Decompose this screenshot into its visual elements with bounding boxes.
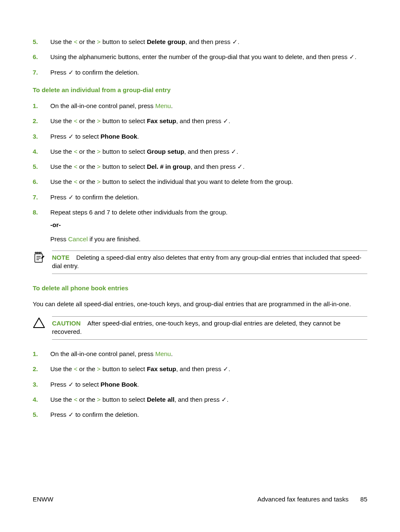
step-text: Use the < or the > button to select Fax … (50, 365, 367, 373)
step-text: Use the < or the > button to select Grou… (50, 147, 367, 156)
menu-text: Menu (155, 102, 171, 109)
intro-paragraph: You can delete all speed-dial entries, o… (33, 300, 367, 308)
caution-body: After speed-dial entries, one-touch keys… (52, 320, 340, 335)
gt-icon: > (97, 148, 101, 155)
note-label: NOTE (52, 254, 70, 261)
lt-icon: < (74, 365, 78, 372)
list-item: 4. Use the < or the > button to select D… (33, 395, 367, 404)
check-icon: ✓ (223, 117, 229, 124)
list-item: 8. Repeat steps 6 and 7 to delete other … (33, 208, 367, 244)
note-icon (33, 251, 52, 264)
step-number: 5. (33, 38, 50, 46)
check-icon: ✓ (68, 69, 74, 76)
list-item: 1. On the all-in-one control panel, pres… (33, 350, 367, 358)
check-icon: ✓ (237, 163, 243, 170)
step-number: 7. (33, 193, 50, 201)
step-number: 1. (33, 102, 50, 110)
check-icon: ✓ (232, 38, 238, 45)
step-number: 5. (33, 411, 50, 419)
step-number: 8. (33, 208, 50, 217)
document-page: 5. Use the < or the > button to select D… (0, 0, 400, 532)
footer-section: Advanced fax features and tasks (257, 495, 349, 504)
step-text: Press ✓ to select Phone Book. (50, 380, 367, 389)
step-text: Press ✓ to confirm the deletion. (50, 193, 367, 201)
check-icon: ✓ (68, 381, 74, 388)
step-number: 7. (33, 68, 50, 77)
list-item: 7. Press ✓ to confirm the deletion. (33, 193, 367, 201)
note-callout: NOTEDeleting a speed-dial entry also del… (33, 251, 367, 274)
list-item: 3. Press ✓ to select Phone Book. (33, 132, 367, 141)
step-text: Press ✓ to confirm the deletion. (50, 68, 367, 77)
caution-content: CAUTIONAfter speed-dial entries, one-tou… (52, 316, 367, 340)
step-number: 6. (33, 178, 50, 186)
list-item: 1. On the all-in-one control panel, pres… (33, 102, 367, 110)
gt-icon: > (97, 38, 101, 45)
list-item: 7. Press ✓ to confirm the deletion. (33, 68, 367, 77)
list-item: 4. Use the < or the > button to select G… (33, 147, 367, 156)
menu-text: Menu (155, 350, 171, 357)
caution-label: CAUTION (52, 320, 81, 327)
check-icon: ✓ (68, 411, 74, 418)
step-number: 6. (33, 53, 50, 61)
step-number: 4. (33, 395, 50, 404)
step-number: 1. (33, 350, 50, 358)
lt-icon: < (74, 396, 78, 403)
or-text: -or- (50, 221, 367, 229)
list-item: 5. Press ✓ to confirm the deletion. (33, 411, 367, 419)
lt-icon: < (74, 178, 78, 185)
steps-section-b: 1. On the all-in-one control panel, pres… (33, 350, 367, 419)
svg-marker-4 (34, 318, 44, 328)
step-text: Press ✓ to confirm the deletion. (50, 411, 367, 419)
step-text: Press ✓ to select Phone Book. (50, 132, 367, 141)
list-item: 6. Using the alphanumeric buttons, enter… (33, 53, 367, 61)
footer-left: ENWW (33, 495, 53, 504)
cancel-text: Cancel (68, 235, 88, 243)
section-heading: To delete all phone book entries (33, 284, 367, 292)
step-number: 5. (33, 163, 50, 171)
step-text: Use the < or the > button to select Fax … (50, 117, 367, 125)
gt-icon: > (97, 178, 101, 185)
lt-icon: < (74, 38, 78, 45)
check-icon: ✓ (349, 53, 355, 60)
gt-icon: > (97, 163, 101, 170)
step-text: Use the < or the > button to select Dele… (50, 395, 367, 404)
caution-icon (33, 316, 52, 329)
gt-icon: > (97, 117, 101, 124)
step-number: 3. (33, 380, 50, 389)
step-number: 4. (33, 147, 50, 156)
step-number: 3. (33, 132, 50, 141)
step-number: 2. (33, 365, 50, 373)
section-heading: To delete an individual from a group-dia… (33, 86, 367, 94)
step-text: Using the alphanumeric buttons, enter th… (50, 53, 367, 61)
step-text: On the all-in-one control panel, press M… (50, 350, 367, 358)
step-text: Use the < or the > button to select Del.… (50, 163, 367, 171)
step-number: 2. (33, 117, 50, 125)
check-icon: ✓ (68, 194, 74, 201)
step-text: Use the < or the > button to select the … (50, 178, 367, 186)
steps-section-a: 1. On the all-in-one control panel, pres… (33, 102, 367, 244)
list-item: 2. Use the < or the > button to select F… (33, 117, 367, 125)
check-icon: ✓ (221, 396, 227, 403)
list-item: 2. Use the < or the > button to select F… (33, 365, 367, 373)
check-icon: ✓ (231, 148, 236, 155)
list-item: 5. Use the < or the > button to select D… (33, 38, 367, 46)
caution-callout: CAUTIONAfter speed-dial entries, one-tou… (33, 316, 367, 340)
gt-icon: > (97, 365, 101, 372)
lt-icon: < (74, 163, 78, 170)
note-content: NOTEDeleting a speed-dial entry also del… (52, 251, 367, 274)
step-text: Repeat steps 6 and 7 to delete other ind… (50, 208, 367, 244)
list-item: 6. Use the < or the > button to select t… (33, 178, 367, 186)
page-number: 85 (360, 495, 367, 504)
lt-icon: < (74, 117, 78, 124)
list-item: 5. Use the < or the > button to select D… (33, 163, 367, 171)
page-footer: ENWW Advanced fax features and tasks 85 (33, 495, 367, 504)
lt-icon: < (74, 148, 78, 155)
note-body: Deleting a speed-dial entry also deletes… (52, 254, 361, 269)
check-icon: ✓ (68, 133, 74, 140)
press-cancel: Press Cancel if you are finished. (50, 235, 367, 243)
step-text: Use the < or the > button to select Dele… (50, 38, 367, 46)
list-item: 3. Press ✓ to select Phone Book. (33, 380, 367, 389)
steps-top: 5. Use the < or the > button to select D… (33, 38, 367, 77)
step-text: On the all-in-one control panel, press M… (50, 102, 367, 110)
check-icon: ✓ (223, 365, 229, 372)
